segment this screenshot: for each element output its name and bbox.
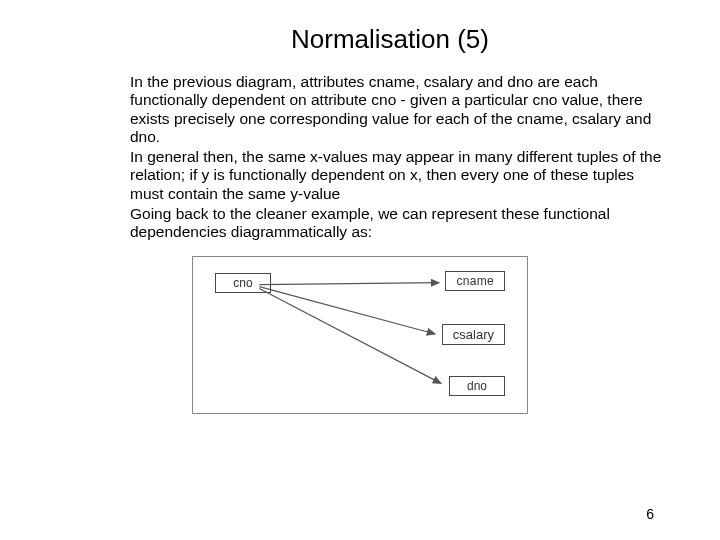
diagram-target-csalary: csalary bbox=[442, 324, 505, 346]
svg-line-1 bbox=[259, 282, 439, 284]
diagram-source-node: cno bbox=[215, 273, 271, 294]
paragraph-1: In the previous diagram, attributes cnam… bbox=[130, 73, 664, 146]
slide-body: In the previous diagram, attributes cnam… bbox=[130, 73, 664, 242]
paragraph-2: In general then, the same x-values may a… bbox=[130, 148, 664, 203]
svg-line-2 bbox=[259, 286, 435, 333]
page-number: 6 bbox=[646, 506, 654, 522]
diagram-target-dno: dno bbox=[449, 376, 505, 397]
slide-title: Normalisation (5) bbox=[56, 24, 664, 55]
diagram-target-cname: cname bbox=[445, 271, 505, 292]
fd-diagram: cno cname csalary dno bbox=[192, 256, 528, 414]
paragraph-3: Going back to the cleaner example, we ca… bbox=[130, 205, 664, 242]
svg-line-3 bbox=[259, 288, 441, 383]
